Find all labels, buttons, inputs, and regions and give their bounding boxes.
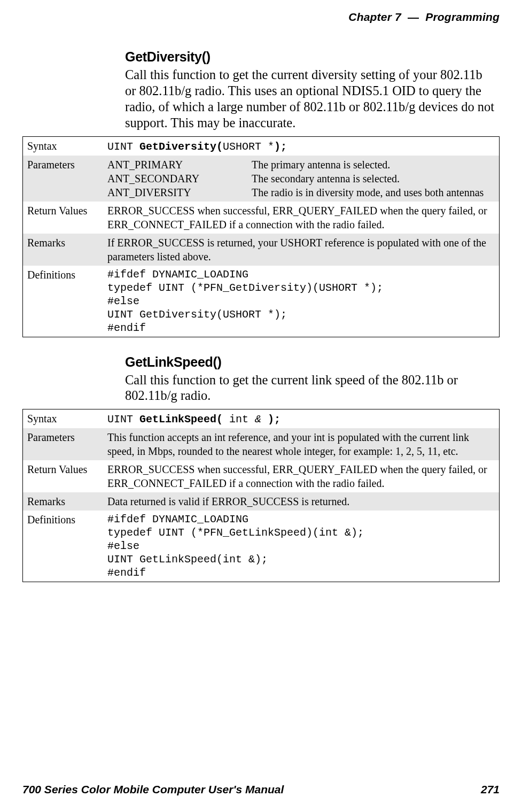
row-value-remarks: If ERROR_SUCCESS is returned, your USHOR… xyxy=(103,234,500,266)
table-row: Syntax UINT GetDiversity(USHORT *); xyxy=(23,136,500,156)
table-row: Return Values ERROR_SUCCESS when success… xyxy=(23,460,500,492)
row-label-remarks: Remarks xyxy=(23,492,104,511)
row-label-definitions: Definitions xyxy=(23,511,104,582)
section-title: Programming xyxy=(425,11,500,23)
api-table-getlinkspeed: Syntax UINT GetLinkSpeed( int & ); Param… xyxy=(22,409,500,582)
running-header: Chapter 7 — Programming xyxy=(22,11,500,24)
function-title: GetLinkSpeed() xyxy=(125,354,500,370)
page-number: 271 xyxy=(481,783,500,796)
row-label-parameters: Parameters xyxy=(23,156,104,202)
row-value-parameters: ANT_PRIMARY The primary antenna is selec… xyxy=(103,156,500,202)
row-label-syntax: Syntax xyxy=(23,136,104,156)
param-row: ANT_DIVERSITY The radio is in diversity … xyxy=(107,185,495,199)
table-row: Parameters This function accepts an int … xyxy=(23,428,500,460)
table-row: Definitions #ifdef DYNAMIC_LOADING typed… xyxy=(23,511,500,582)
row-label-parameters: Parameters xyxy=(23,428,104,460)
table-row: Parameters ANT_PRIMARY The primary anten… xyxy=(23,156,500,202)
row-label-return: Return Values xyxy=(23,460,104,492)
row-label-definitions: Definitions xyxy=(23,266,104,337)
function-getdiversity: GetDiversity() Call this function to get… xyxy=(22,49,500,337)
param-desc: The radio is in diversity mode, and uses… xyxy=(252,185,495,199)
row-value-definitions: #ifdef DYNAMIC_LOADING typedef UINT (*PF… xyxy=(103,511,500,582)
function-description: Call this function to get the current li… xyxy=(125,372,496,404)
function-getlinkspeed: GetLinkSpeed() Call this function to get… xyxy=(22,354,500,583)
row-value-remarks: Data returned is valid if ERROR_SUCCESS … xyxy=(103,492,500,511)
api-table-getdiversity: Syntax UINT GetDiversity(USHORT *); Para… xyxy=(22,136,500,337)
table-row: Syntax UINT GetLinkSpeed( int & ); xyxy=(23,409,500,429)
chapter-label: Chapter xyxy=(348,11,392,23)
param-row: ANT_PRIMARY The primary antenna is selec… xyxy=(107,158,495,172)
manual-title: 700 Series Color Mobile Computer User's … xyxy=(22,783,284,796)
row-value-syntax: UINT GetDiversity(USHORT *); xyxy=(103,136,500,156)
running-footer: 700 Series Color Mobile Computer User's … xyxy=(22,783,500,796)
row-value-return: ERROR_SUCCESS when successful, ERR_QUERY… xyxy=(103,202,500,234)
table-row: Remarks If ERROR_SUCCESS is returned, yo… xyxy=(23,234,500,266)
row-value-return: ERROR_SUCCESS when successful, ERR_QUERY… xyxy=(103,460,500,492)
table-row: Return Values ERROR_SUCCESS when success… xyxy=(23,202,500,234)
chapter-number: 7 xyxy=(395,11,401,23)
content-area: GetDiversity() Call this function to get… xyxy=(22,49,500,582)
table-row: Remarks Data returned is valid if ERROR_… xyxy=(23,492,500,511)
definitions-code: #ifdef DYNAMIC_LOADING typedef UINT (*PF… xyxy=(107,268,495,335)
syntax-code: UINT GetLinkSpeed( int & ); xyxy=(107,413,281,426)
param-desc: The secondary antenna is selected. xyxy=(252,172,495,185)
param-name: ANT_SECONDARY xyxy=(107,172,252,185)
function-title: GetDiversity() xyxy=(125,49,500,65)
param-row: ANT_SECONDARY The secondary antenna is s… xyxy=(107,172,495,185)
param-desc: The primary antenna is selected. xyxy=(252,158,495,172)
param-name: ANT_DIVERSITY xyxy=(107,185,252,199)
row-label-syntax: Syntax xyxy=(23,409,104,429)
syntax-code: UINT GetDiversity(USHORT *); xyxy=(107,141,287,153)
row-value-parameters: This function accepts an int reference, … xyxy=(103,428,500,460)
row-label-return: Return Values xyxy=(23,202,104,234)
function-description: Call this function to get the current di… xyxy=(125,67,496,131)
row-label-remarks: Remarks xyxy=(23,234,104,266)
row-value-syntax: UINT GetLinkSpeed( int & ); xyxy=(103,409,500,429)
header-dash: — xyxy=(404,11,422,23)
table-row: Definitions #ifdef DYNAMIC_LOADING typed… xyxy=(23,266,500,337)
param-name: ANT_PRIMARY xyxy=(107,158,252,172)
page: Chapter 7 — Programming GetDiversity() C… xyxy=(0,0,522,812)
row-value-definitions: #ifdef DYNAMIC_LOADING typedef UINT (*PF… xyxy=(103,266,500,337)
definitions-code: #ifdef DYNAMIC_LOADING typedef UINT (*PF… xyxy=(107,513,495,579)
